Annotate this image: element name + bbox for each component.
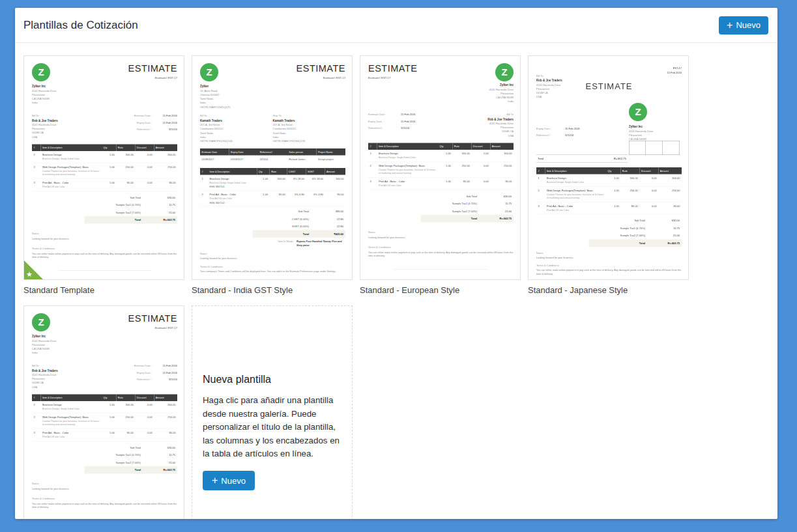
notes-section: Notes Looking forward for your business. (32, 483, 177, 491)
template-card-india-gst[interactable]: Z ESTIMATE Estimate# EST-17 Zylker 16, A… (192, 55, 353, 280)
item-description: Print Ad 1/8 size Color (42, 435, 100, 438)
item-description: Print Ad 1/8 size Color (379, 184, 437, 187)
new-template-button-label: Nuevo (221, 476, 246, 486)
footer-divider (394, 269, 487, 270)
total-row: Sample Tax1 (4.70%) 11.75 (588, 225, 682, 232)
template-name-label: Standard - Japanese Style (528, 285, 689, 295)
bill-to-block: Bill To Rob & Joe Traders 4141 Hacienda … (32, 114, 58, 139)
estimate-title: ESTIMATE (536, 81, 682, 92)
total-row: Sample Tax1 (4.70%) 11.75 (84, 451, 177, 459)
zylker-logo: Z (495, 63, 514, 81)
item-row: 3 Print Ad - Basic - Color Print Ad 1/8 … (368, 178, 514, 190)
bill-to-block: Bill To Rob & Joe Traders 4141 Hacienda … (487, 113, 514, 137)
column-header: Qty (102, 395, 116, 402)
item-row: 3 Print Ad - Basic - Color Print Ad 1/8 … (32, 429, 177, 441)
total-row: Sub Total 630.00 (84, 444, 177, 452)
items-table: # Item & Description Qty Rate Discount A… (368, 143, 514, 190)
estimate-meta: Expiry Date : 15 Feb 2016 Reference# : 3… (536, 127, 579, 141)
template-card-european[interactable]: ESTIMATE Estimate# EST-17 Z Zylker Inc 4… (360, 55, 521, 280)
estimate-title: ESTIMATE (297, 63, 345, 74)
total-row: Sample Tax1 (4.70%) 11.75 (420, 200, 514, 208)
item-row: 1 Brochure Design Brochure Design: Singl… (32, 151, 177, 163)
stamp-boxes (629, 141, 680, 155)
new-template-card[interactable]: Nueva plantilla Haga clic para añadir un… (192, 305, 353, 519)
item-description: Custom Themes for your business. Inclusi… (42, 169, 100, 176)
item-row: 1 Brochure Design Brochure Design: Singl… (536, 175, 682, 187)
item-name: Web Design Packages(Template): Basic (42, 165, 100, 169)
estimate-preview-india-gst: Z ESTIMATE Estimate# EST-17 Zylker 16, A… (192, 56, 352, 279)
company-block: Zylker 16, Amin Road Chennai 600082 Tami… (200, 85, 345, 109)
column-header: Rate (116, 145, 135, 152)
logo-letter: Z (635, 107, 641, 118)
zylker-logo: Z (200, 63, 218, 81)
zylker-logo: Z (32, 313, 50, 331)
total-row: Sample Tax1 (4.70%) 11.75 (84, 201, 177, 209)
items-header-row: # Item & Description Qty Rate Discount A… (536, 167, 682, 175)
item-row: 3 Print Ad - Basic - Color Print Ad 1/8 … (536, 202, 682, 214)
item-name: Print Ad - Basic - Color (379, 180, 437, 183)
bill-to-block: Bill To Kamath Traders 207-A, 3rd Street… (200, 114, 273, 143)
new-template-description: Haga clic para añadir una plantilla desd… (203, 394, 341, 461)
item-name: Brochure Design (547, 176, 605, 180)
column-header: Rate (620, 167, 639, 175)
new-template-button[interactable]: + Nuevo (203, 471, 255, 490)
company-block: Zylker Inc 4141 Hacienda Drive Pleasanto… (32, 85, 177, 105)
column-header: Qty (606, 167, 620, 175)
totals-block: Sub Total 380.00 CGST (6.00%) 22.80 SGST… (252, 208, 345, 238)
item-description: Brochure Design: Single Sided Color (42, 408, 100, 411)
total-row: Sub Total 630.00 (420, 193, 514, 201)
plus-icon: + (727, 20, 732, 31)
items-table: # Item & Description Qty Rate Discount A… (32, 395, 177, 441)
item-name: Print Ad - Basic - Color (547, 204, 605, 208)
column-header: Rate (116, 395, 135, 402)
zylker-logo: Z (32, 63, 50, 81)
item-row: 2 Web Design Packages(Template): Basic C… (368, 162, 514, 178)
item-name: Print Ad - Basic - Color (42, 181, 100, 184)
notes-section: Notes Looking forward for your business. (32, 232, 177, 241)
items-header-row: # Item & Description Qty Rate Discount A… (32, 145, 177, 152)
column-header: Amount (658, 167, 682, 175)
template-card-japanese[interactable]: EST-17 15 Feb 2016 Bill To Rob & Joe Tra… (528, 55, 689, 280)
item-name: Brochure Design (379, 152, 437, 156)
star-icon: ★ (26, 270, 33, 279)
column-header: Amount (490, 143, 514, 150)
item-name: Brochure Design (42, 154, 100, 157)
template-card-standard-copy[interactable]: Z ESTIMATE Estimate# EST-17 Zylker Inc 4… (23, 305, 184, 519)
estimate-preview-standard: Z ESTIMATE Estimate# EST-17 Zylker Inc 4… (24, 306, 184, 519)
estimate-number: Estimate# EST-17 (128, 76, 177, 79)
total-row: Sub Total 630.00 (84, 194, 177, 202)
column-header: Qty (102, 145, 116, 152)
terms-section: Terms & Conditions You can either make o… (368, 245, 514, 258)
page-title: Plantillas de Cotización (23, 19, 138, 32)
estimate-preview-standard: Z ESTIMATE Estimate# EST-17 Zylker Inc 4… (24, 56, 184, 279)
footer-divider (58, 270, 151, 271)
template-card-standard[interactable]: Z ESTIMATE Estimate# EST-17 Zylker Inc 4… (23, 55, 184, 280)
panel-header: Plantillas de Cotización + Nuevo (15, 8, 777, 43)
grand-total-row: Total Rs.662.75 (84, 216, 177, 224)
item-row: 1 Brochure Design Brochure Design: Singl… (32, 401, 177, 413)
terms-section: Terms & Conditions You can either make o… (32, 247, 177, 259)
company-block: Zylker Inc 4141 Hacienda Drive Pleasanto… (368, 83, 514, 104)
items-header-row: # Item & Description Qty Rate Discount A… (32, 395, 177, 402)
column-header: Item & Description (40, 145, 102, 152)
column-header: Amount (154, 145, 177, 152)
default-template-badge: ★ (24, 260, 43, 279)
notes-section: Notes Looking forward for your business. (536, 251, 682, 260)
estimate-number: Estimate# EST-17 (297, 76, 345, 79)
total-row: Sample Tax2 (7.00%) 21.00 (588, 232, 682, 240)
template-name-label: Standard - European Style (360, 285, 521, 295)
terms-section: Terms & Conditions You can either make o… (32, 497, 177, 509)
item-row: 2 Web Design Packages(Template): Basic C… (32, 163, 177, 179)
total-row: Sample Tax2 (7.00%) 21.00 (420, 208, 514, 216)
logo-letter: Z (38, 67, 44, 78)
estimate-preview-european: ESTIMATE Estimate# EST-17 Z Zylker Inc 4… (360, 56, 520, 279)
estimate-number: Estimate# EST-17 (368, 76, 417, 79)
item-name: Web Design Packages(Template): Basic (547, 189, 605, 192)
column-header: # (536, 167, 545, 175)
terms-section: Terms & Conditions You can either make o… (536, 264, 682, 276)
new-button[interactable]: + Nuevo (719, 16, 768, 35)
zylker-logo: Z (629, 103, 647, 121)
items-header-row: # Item & Description Qty Rate Discount A… (368, 143, 514, 150)
item-row: 2 Print Ad - Basic - Color Print Ad 1/8 … (200, 190, 345, 206)
item-name: Web Design Packages(Template): Basic (379, 164, 437, 167)
